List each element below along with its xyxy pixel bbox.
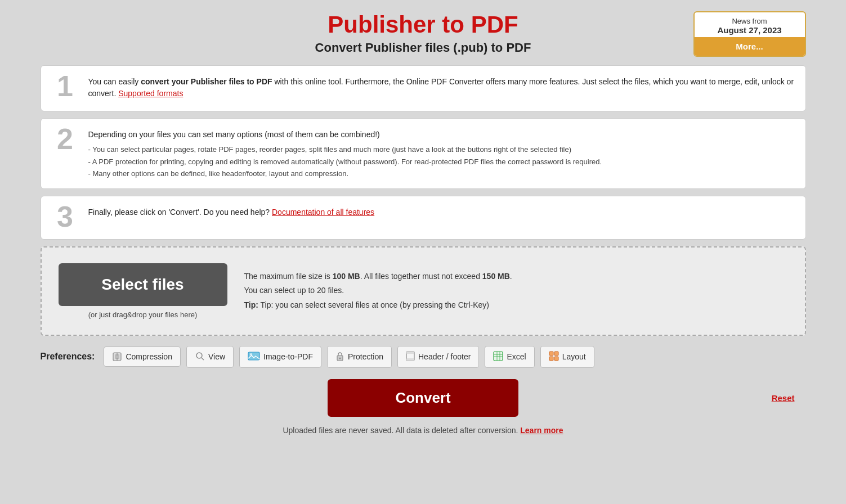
step-2-number: 2	[51, 124, 79, 154]
pref-excel-button[interactable]: Excel	[485, 346, 534, 368]
step-2-bullet-3: - Many other options can be defined, lik…	[88, 168, 795, 179]
step-1-number: 1	[51, 71, 79, 101]
pref-protection-label: Protection	[348, 352, 383, 361]
pref-view-label: View	[208, 352, 225, 361]
svg-rect-18	[549, 352, 553, 356]
page-title: Publisher to PDF	[41, 11, 806, 38]
page-subtitle: Convert Publisher files (.pub) to PDF	[41, 40, 806, 55]
image-to-pdf-icon	[248, 351, 260, 363]
svg-rect-20	[549, 357, 553, 361]
pref-layout-label: Layout	[562, 352, 586, 361]
documentation-link[interactable]: Documentation of all features	[272, 208, 374, 217]
file-count-info: You can select up to 20 files.	[244, 284, 788, 298]
svg-rect-13	[494, 352, 503, 361]
step-1-box: 1 You can easily convert your Publisher …	[41, 65, 806, 111]
select-files-area: Select files (or just drag&drop your fil…	[59, 263, 227, 319]
excel-icon	[493, 351, 503, 363]
file-tip: Tip: Tip: you can select several files a…	[244, 298, 788, 312]
pref-excel-label: Excel	[507, 352, 526, 361]
pref-protection-button[interactable]: Protection	[327, 346, 392, 368]
step-2-bullet-1: - You can select particular pages, rotat…	[88, 144, 795, 155]
step-3-box: 3 Finally, please click on 'Convert'. Do…	[41, 196, 806, 240]
view-icon	[195, 351, 205, 363]
svg-rect-6	[248, 352, 259, 360]
learn-more-link[interactable]: Learn more	[520, 426, 563, 435]
pref-compression-button[interactable]: Compression	[104, 346, 180, 367]
file-info: The maximum file size is 100 MB. All fil…	[244, 269, 788, 312]
footer-text: Uploaded files are never saved. All data…	[283, 426, 518, 435]
step-3-number: 3	[51, 202, 79, 231]
pref-header-footer-button[interactable]: Header / footer	[397, 346, 479, 368]
svg-line-5	[202, 358, 204, 360]
svg-point-4	[196, 353, 202, 358]
step-2-content: Depending on your files you can set many…	[88, 127, 795, 181]
pref-header-footer-label: Header / footer	[418, 352, 471, 361]
convert-row: Convert Reset	[41, 379, 806, 417]
pref-image-to-pdf-label: Image-to-PDF	[263, 352, 313, 361]
news-prefix: News from	[732, 17, 767, 25]
news-date: August 27, 2023	[717, 25, 781, 35]
select-files-button[interactable]: Select files	[59, 263, 227, 306]
news-box-top: News from August 27, 2023	[695, 12, 805, 37]
header-area: Publisher to PDF Convert Publisher files…	[41, 11, 806, 55]
step-2-box: 2 Depending on your files you can set ma…	[41, 118, 806, 189]
protection-icon	[335, 351, 344, 363]
svg-rect-12	[406, 358, 414, 361]
svg-point-7	[250, 353, 252, 356]
news-more-button[interactable]: More...	[695, 37, 805, 56]
news-box: News from August 27, 2023 More...	[693, 11, 806, 57]
step-3-text: Finally, please click on 'Convert'. Do y…	[88, 206, 795, 218]
step-2-heading: Depending on your files you can set many…	[88, 129, 795, 141]
pref-layout-button[interactable]: Layout	[540, 346, 594, 368]
svg-rect-11	[406, 352, 414, 354]
pref-compression-label: Compression	[126, 352, 172, 361]
step-3-content: Finally, please click on 'Convert'. Do y…	[88, 204, 795, 222]
pref-view-button[interactable]: View	[186, 346, 234, 368]
step-1-text: You can easily convert your Publisher fi…	[88, 76, 795, 100]
layout-icon	[549, 351, 559, 363]
file-size-info: The maximum file size is 100 MB. All fil…	[244, 269, 788, 284]
drop-zone[interactable]: Select files (or just drag&drop your fil…	[41, 246, 806, 336]
pref-image-to-pdf-button[interactable]: Image-to-PDF	[239, 346, 321, 368]
drag-drop-hint: (or just drag&drop your files here)	[88, 310, 198, 319]
preferences-label: Preferences:	[41, 352, 95, 362]
header-footer-icon	[406, 351, 415, 363]
svg-point-9	[339, 357, 341, 359]
step-2-bullet-2: - A PDF protection for printing, copying…	[88, 156, 795, 168]
footer-note: Uploaded files are never saved. All data…	[41, 426, 806, 435]
convert-button[interactable]: Convert	[328, 379, 518, 417]
compression-icon	[112, 352, 122, 362]
reset-link[interactable]: Reset	[772, 393, 795, 403]
step-1-content: You can easily convert your Publisher fi…	[88, 74, 795, 103]
preferences-row: Preferences: Compression View Image-to-P…	[41, 346, 806, 368]
svg-rect-21	[554, 357, 558, 361]
svg-rect-19	[554, 352, 558, 356]
supported-formats-link[interactable]: Supported formats	[118, 89, 183, 98]
step-2-bullets: - You can select particular pages, rotat…	[88, 144, 795, 179]
